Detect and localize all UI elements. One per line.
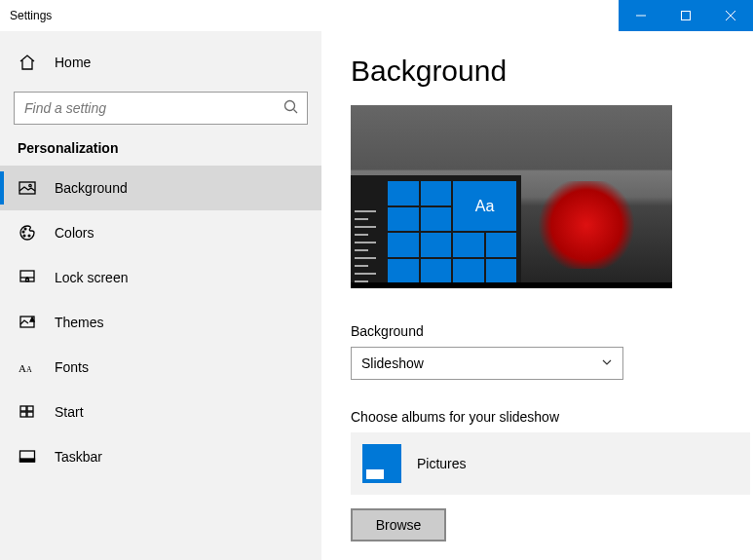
background-field-label: Background	[351, 323, 753, 339]
chevron-down-icon	[601, 355, 613, 371]
sidebar-item-label: Fonts	[55, 359, 89, 375]
start-icon	[18, 403, 37, 421]
minimize-icon	[636, 11, 646, 20]
sidebar-item-label: Background	[55, 180, 128, 196]
svg-rect-20	[20, 412, 26, 417]
svg-point-8	[22, 231, 24, 233]
sidebar-item-fonts[interactable]: AA Fonts	[0, 345, 321, 390]
window-title: Settings	[0, 9, 52, 22]
close-icon	[726, 11, 735, 20]
picture-icon	[18, 179, 37, 197]
close-button[interactable]	[708, 0, 753, 31]
sidebar-item-label: Colors	[55, 225, 94, 241]
preview-tiles: Aa	[388, 181, 516, 282]
svg-point-11	[23, 235, 25, 237]
background-dropdown-value: Slideshow	[361, 355, 424, 371]
search-input[interactable]	[14, 92, 308, 125]
svg-point-10	[28, 235, 30, 237]
sidebar-item-colors[interactable]: Colors	[0, 210, 321, 255]
home-label: Home	[55, 55, 91, 70]
window-controls	[619, 0, 753, 31]
browse-button-label: Browse	[376, 517, 422, 533]
folder-icon	[362, 444, 401, 483]
titlebar: Settings	[0, 0, 753, 31]
lockscreen-icon	[18, 269, 37, 286]
sidebar-item-background[interactable]: Background	[0, 166, 321, 210]
preview-taskbar	[351, 282, 672, 288]
svg-point-4	[285, 101, 295, 111]
sidebar-item-taskbar[interactable]: Taskbar	[0, 434, 321, 479]
sidebar-item-lock-screen[interactable]: Lock screen	[0, 255, 321, 300]
themes-icon	[18, 314, 37, 331]
svg-rect-23	[20, 459, 35, 462]
svg-point-7	[29, 184, 31, 186]
album-item[interactable]: Pictures	[351, 432, 750, 495]
sidebar-item-label: Lock screen	[55, 270, 128, 285]
svg-point-9	[24, 228, 26, 230]
albums-field-label: Choose albums for your slideshow	[351, 409, 753, 425]
browse-button[interactable]: Browse	[351, 508, 446, 541]
main-content: Background Aa Background Slideshow	[321, 31, 753, 560]
fonts-icon: AA	[18, 359, 37, 375]
svg-rect-14	[26, 280, 29, 281]
svg-rect-21	[27, 412, 33, 417]
svg-text:A: A	[26, 365, 32, 374]
search-icon	[282, 98, 300, 119]
minimize-button[interactable]	[619, 0, 663, 31]
sidebar-item-start[interactable]: Start	[0, 390, 321, 434]
svg-text:A: A	[19, 362, 26, 374]
home-nav[interactable]: Home	[0, 41, 321, 84]
palette-icon	[18, 224, 37, 242]
page-title: Background	[351, 55, 753, 88]
taskbar-icon	[18, 448, 37, 466]
sidebar-item-label: Start	[55, 404, 84, 420]
svg-rect-1	[682, 12, 691, 20]
section-heading: Personalization	[0, 140, 321, 166]
search-box[interactable]	[14, 92, 308, 125]
preview-sample-tile: Aa	[453, 181, 516, 231]
svg-rect-18	[20, 406, 26, 411]
background-preview: Aa	[351, 105, 672, 288]
maximize-button[interactable]	[663, 0, 708, 31]
sidebar: Home Personalization Background Colors	[0, 31, 321, 560]
album-name: Pictures	[417, 456, 467, 471]
preview-app-list	[355, 210, 382, 282]
sidebar-item-label: Taskbar	[55, 449, 102, 465]
svg-line-5	[294, 110, 298, 114]
svg-rect-12	[20, 271, 34, 281]
home-icon	[18, 54, 37, 71]
sidebar-item-themes[interactable]: Themes	[0, 300, 321, 345]
background-dropdown[interactable]: Slideshow	[351, 347, 623, 380]
sidebar-item-label: Themes	[55, 315, 104, 330]
svg-rect-19	[27, 406, 33, 411]
preview-wallpaper-subject	[536, 181, 662, 269]
maximize-icon	[681, 11, 691, 20]
svg-rect-6	[19, 182, 35, 194]
